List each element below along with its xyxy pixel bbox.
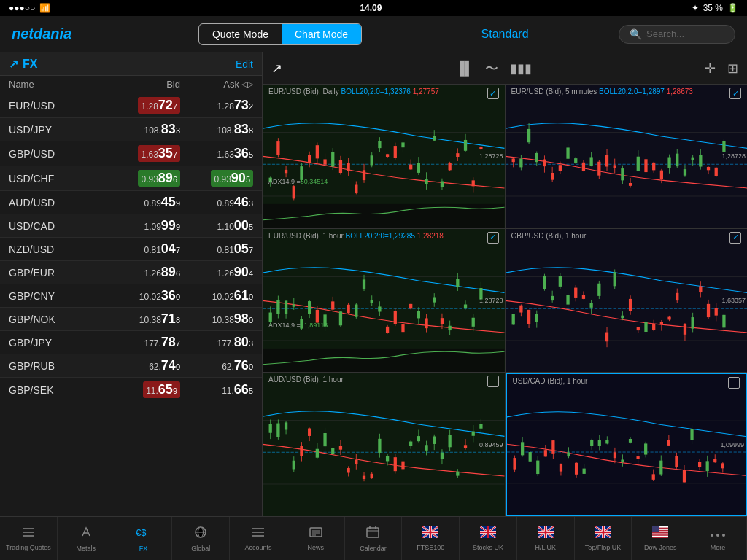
svg-rect-169 <box>449 325 452 330</box>
chart-checkbox[interactable] <box>487 376 499 387</box>
column-chart-icon[interactable]: ▮▮▮ <box>510 61 532 77</box>
quote-row[interactable]: GBP/JPY 177. 78 7 177. 80 3 <box>0 331 262 354</box>
svg-rect-343 <box>675 456 678 467</box>
svg-rect-229 <box>691 317 694 329</box>
nav-label-trading-quotes: Trading Quotes <box>6 544 51 551</box>
svg-rect-415 <box>652 533 668 534</box>
svg-rect-161 <box>417 311 420 318</box>
crosshair-icon[interactable]: ✛ <box>705 61 716 77</box>
svg-rect-278 <box>409 442 412 446</box>
signal-icon: ●●●○○ <box>9 3 35 13</box>
nav-label-calendar: Calendar <box>360 545 387 552</box>
quote-row[interactable]: GBP/RUB 62. 74 0 62. 76 0 <box>0 354 262 378</box>
chart-cell-c1[interactable]: EUR/USD (Bid), Daily BOLL20;2:0=1,32376 … <box>263 85 505 228</box>
quote-row[interactable]: GBP/CNY 10.02 36 0 10.02 61 0 <box>0 284 262 308</box>
pair-name: USD/JPY <box>9 124 107 136</box>
ask-price: 1.26 90 4 <box>180 265 253 280</box>
nav-icon-hl-uk <box>538 526 554 542</box>
edit-button[interactable]: Edit <box>236 58 253 70</box>
svg-rect-147 <box>363 279 365 289</box>
svg-rect-84 <box>589 157 592 166</box>
nav-item-global[interactable]: Global <box>172 517 230 560</box>
svg-rect-92 <box>621 168 624 180</box>
nav-item-stocks-uk[interactable]: Stocks UK <box>460 517 517 560</box>
wave-icon[interactable]: 〜 <box>485 60 498 77</box>
ask-price: 1.28 73 2 <box>180 98 253 113</box>
chart-cell-c2[interactable]: EUR/USD (Bid), 5 minutes BOLL20;2:0=1,28… <box>506 85 748 228</box>
nav-item-ftse100[interactable]: FTSE100 <box>402 517 460 560</box>
quote-row[interactable]: GBP/SEK 11. 65 9 11. 66 5 <box>0 378 262 402</box>
chart-cell-c6[interactable]: USD/CAD (Bid), 1 hour 1,09999 <box>506 373 748 516</box>
svg-rect-203 <box>589 303 592 308</box>
pair-name: USD/CAD <box>9 220 107 232</box>
svg-rect-86 <box>597 162 600 176</box>
quote-row[interactable]: GBP/USD 1.63 35 7 1.63 36 5 <box>0 141 262 166</box>
quote-mode-button[interactable]: Quote Mode <box>199 24 282 44</box>
svg-rect-24 <box>347 163 349 171</box>
grid-icon[interactable]: ⊞ <box>727 61 738 77</box>
quote-row[interactable]: NZD/USD 0.81 04 7 0.81 05 7 <box>0 238 262 261</box>
svg-rect-323 <box>597 440 600 446</box>
svg-rect-40 <box>409 165 412 170</box>
chart-checkbox[interactable] <box>487 88 499 99</box>
chart-cell-c4[interactable]: GBP/USD (Bid), 1 hour 1,63357 <box>506 229 748 373</box>
svg-rect-28 <box>363 170 365 180</box>
chart-cell-c5[interactable]: AUD/USD (Bid), 1 hour 0,89459 <box>263 373 505 516</box>
chart-label: USD/CAD (Bid), 1 hour <box>513 377 588 385</box>
quote-row[interactable]: USD/CHF 0.93 89 6 0.93 90 5 <box>0 166 262 191</box>
bar-chart-icon[interactable]: ▐▌ <box>455 61 474 76</box>
svg-rect-80 <box>574 158 577 163</box>
quote-row[interactable]: USD/JPY 108. 83 3 108. 83 8 <box>0 118 262 141</box>
nav-item-topflop-uk[interactable]: Top/Flop UK <box>575 517 632 560</box>
nav-item-accounts[interactable]: Accounts <box>230 517 287 560</box>
svg-rect-313 <box>559 464 562 472</box>
quote-row[interactable]: GBP/NOK 10.38 71 8 10.38 98 0 <box>0 308 262 331</box>
chart-cell-c3[interactable]: EUR/USD (Bid), 1 hour BOLL20;2:0=1,29285… <box>263 229 505 373</box>
svg-rect-159 <box>409 303 412 308</box>
quote-row[interactable]: AUD/USD 0.89 45 9 0.89 46 3 <box>0 191 262 214</box>
nav-item-trading-quotes[interactable]: Trading Quotes <box>0 517 58 560</box>
svg-rect-88 <box>605 155 608 167</box>
quote-row[interactable]: USD/CAD 1.09 99 9 1.10 00 5 <box>0 214 262 238</box>
chart-checkbox[interactable] <box>728 377 740 389</box>
nav-item-news[interactable]: News <box>287 517 345 560</box>
chart-mode-button[interactable]: Chart Mode <box>282 24 361 44</box>
svg-rect-319 <box>582 469 585 474</box>
nav-item-calendar[interactable]: Calendar <box>345 517 403 560</box>
bid-price: 1.63 35 7 <box>107 145 180 162</box>
svg-rect-250 <box>300 446 303 456</box>
svg-rect-133 <box>308 301 311 314</box>
nav-item-metals[interactable]: Metals <box>58 517 115 560</box>
nav-item-dow-jones[interactable]: Dow Jones <box>632 517 689 560</box>
mode-toggle[interactable]: Quote Mode Chart Mode <box>198 23 362 45</box>
svg-rect-349 <box>698 462 701 467</box>
nav-label-news: News <box>307 544 324 551</box>
svg-rect-347 <box>690 429 693 440</box>
right-panel: ↗ ▐▌ 〜 ▮▮▮ ✛ ⊞ EUR/USD (Bid), Daily BOLL… <box>263 52 747 516</box>
svg-rect-90 <box>613 165 616 168</box>
nav-item-fx[interactable]: €$ FX <box>115 517 173 560</box>
chart-checkbox[interactable] <box>729 88 741 99</box>
svg-rect-171 <box>456 279 459 287</box>
pair-name: NZD/USD <box>9 244 107 255</box>
pair-name: GBP/NOK <box>9 314 107 325</box>
svg-rect-233 <box>706 304 709 317</box>
nav-label-more: More <box>711 544 726 551</box>
quote-row[interactable]: GBP/EUR 1.26 89 6 1.26 90 4 <box>0 261 262 284</box>
svg-rect-201 <box>581 295 584 298</box>
svg-rect-98 <box>644 159 647 172</box>
ask-price: 1.10 00 5 <box>180 218 253 233</box>
chart-checkbox[interactable] <box>487 232 499 244</box>
svg-rect-416 <box>652 535 668 537</box>
svg-rect-274 <box>394 457 397 471</box>
svg-rect-288 <box>449 435 452 447</box>
svg-rect-26 <box>355 185 357 193</box>
search-bar[interactable]: 🔍 Search... <box>619 25 735 44</box>
expand-icon[interactable]: ↗ <box>271 61 282 77</box>
chart-checkbox[interactable] <box>729 232 741 244</box>
nav-item-more[interactable]: More <box>689 517 747 560</box>
quote-row[interactable]: EUR/USD 1.28 72 7 1.28 73 2 <box>0 93 262 118</box>
nav-item-hl-uk[interactable]: H/L UK <box>517 517 575 560</box>
svg-rect-114 <box>706 167 709 170</box>
svg-point-419 <box>716 534 719 537</box>
